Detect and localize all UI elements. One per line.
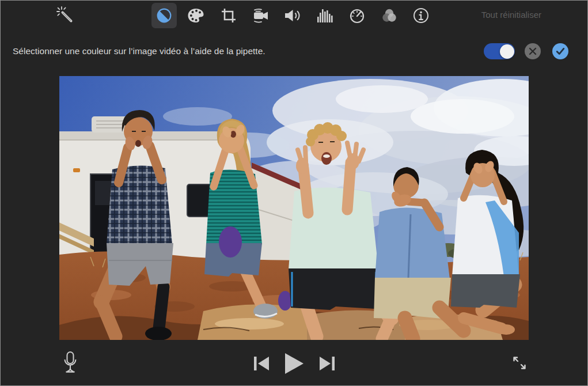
imovie-viewer-window: Tout réinitialiser Sélectionner une coul… [0, 0, 588, 386]
volume-icon [283, 8, 302, 23]
audio-equalizer-button[interactable] [312, 3, 337, 28]
fullscreen-icon [510, 354, 529, 372]
color-correction-button[interactable] [184, 3, 209, 28]
speed-icon [348, 7, 366, 24]
toggle-knob [500, 44, 514, 59]
video-frame[interactable] [59, 76, 529, 340]
voiceover-button[interactable] [60, 349, 81, 377]
auto-enhance-wand-icon [56, 6, 75, 25]
cancel-button[interactable] [525, 43, 541, 59]
color-filters-button[interactable] [377, 3, 402, 28]
eyedropper-message: Sélectionner une couleur sur l’image vid… [13, 46, 265, 56]
audio-equalizer-icon [316, 8, 333, 23]
reset-all-button[interactable]: Tout réinitialiser [481, 10, 541, 20]
volume-button[interactable] [280, 3, 305, 28]
stabilization-camera-icon [251, 7, 271, 24]
voiceover-mic-icon [62, 351, 78, 375]
white-balance-toggle[interactable] [484, 43, 515, 59]
auto-enhance-button[interactable] [53, 3, 78, 28]
play-icon [284, 353, 305, 374]
color-correction-palette-icon [187, 7, 206, 24]
crop-button[interactable] [216, 3, 241, 28]
stabilization-button[interactable] [248, 3, 274, 28]
adjustments-toolbar: Tout réinitialiser [0, 0, 588, 32]
previous-frame-button[interactable] [251, 355, 272, 372]
play-button[interactable] [282, 351, 307, 376]
next-frame-button[interactable] [317, 355, 337, 372]
playback-controls [0, 346, 588, 380]
color-balance-button[interactable] [151, 3, 177, 28]
color-balance-icon [155, 7, 173, 24]
confirm-button[interactable] [552, 43, 568, 59]
video-still-image [59, 76, 529, 340]
color-filters-icon [380, 7, 399, 24]
info-icon [412, 7, 430, 24]
close-icon [528, 47, 537, 56]
checkmark-icon [555, 47, 566, 56]
previous-frame-icon [252, 355, 271, 372]
info-button[interactable] [408, 3, 434, 28]
eyedropper-bar: Sélectionner une couleur sur l’image vid… [0, 36, 588, 66]
speed-button[interactable] [344, 3, 370, 28]
crop-icon [220, 7, 237, 24]
next-frame-icon [318, 355, 336, 372]
fullscreen-button[interactable] [509, 353, 530, 373]
